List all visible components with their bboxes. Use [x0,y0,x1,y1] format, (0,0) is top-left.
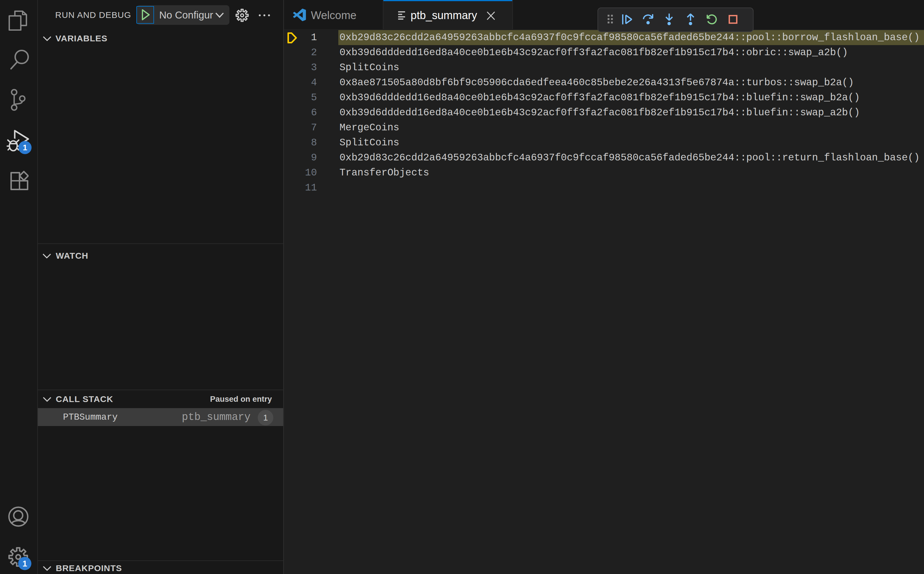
svg-text:1: 1 [23,143,27,152]
svg-text:1: 1 [22,559,27,568]
